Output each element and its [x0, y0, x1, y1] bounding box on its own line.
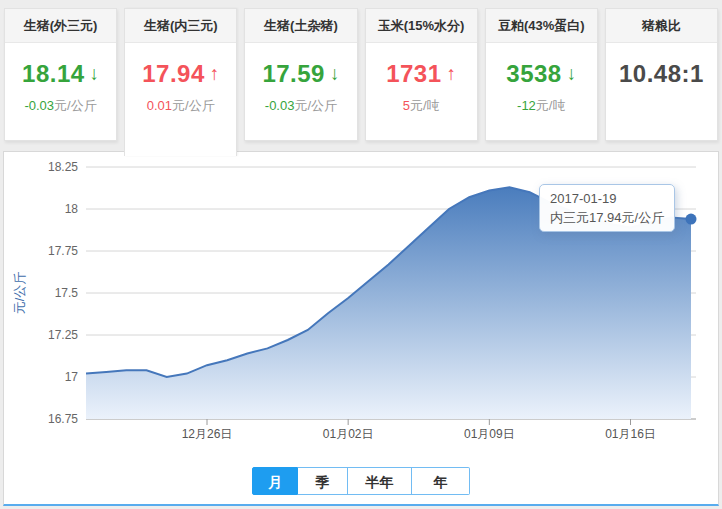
y-tick-label: 18.25 [48, 160, 78, 174]
trend-down-icon: ↓ [90, 63, 100, 85]
x-tick-label: 01月02日 [323, 427, 374, 441]
trend-up-icon: ↑ [447, 63, 457, 85]
card-change: -0.03 [24, 98, 54, 113]
price-card-corn[interactable]: 玉米(15%水分) 1731↑ 5元/吨 [365, 8, 478, 141]
price-card-pig-grain-ratio[interactable]: 猪粮比 10.48:1 [605, 8, 718, 141]
y-tick-label: 16.75 [48, 412, 78, 426]
tab-half-year[interactable]: 半年 [348, 467, 412, 495]
card-value: 3538 [506, 60, 561, 88]
y-tick-label: 17.75 [48, 244, 78, 258]
card-unit: 元/吨 [536, 98, 566, 113]
y-tick-label: 18 [65, 202, 79, 216]
card-change: 0.01 [147, 98, 172, 113]
card-title: 生猪(土杂猪) [245, 9, 356, 43]
card-unit: 元/公斤 [294, 98, 337, 113]
card-title: 玉米(15%水分) [366, 9, 477, 43]
x-tick-label: 12月26日 [182, 427, 233, 441]
card-value: 1731 [386, 60, 441, 88]
price-card-pig-nei-sanyuan[interactable]: 生猪(内三元) 17.94↑ 0.01元/公斤 [124, 8, 237, 156]
price-card-soybean-meal[interactable]: 豆粕(43%蛋白) 3538↓ -12元/吨 [485, 8, 598, 141]
card-title: 生猪(内三元) [125, 9, 236, 43]
card-change: -12 [517, 98, 536, 113]
price-cards-row: 生猪(外三元) 18.14↓ -0.03元/公斤 生猪(内三元) 17.94↑ … [4, 8, 718, 156]
card-value: 10.48:1 [619, 60, 704, 88]
chart-tooltip: 2017-01-19 内三元17.94元/公斤 [539, 184, 675, 232]
chart-panel: 16.751717.2517.517.751818.2512月26日01月02日… [3, 151, 719, 506]
y-tick-label: 17.5 [55, 286, 79, 300]
card-unit: 元/公斤 [54, 98, 97, 113]
x-tick-label: 01月09日 [464, 427, 515, 441]
tooltip-date: 2017-01-19 [550, 189, 664, 208]
trend-down-icon: ↓ [567, 63, 577, 85]
price-card-pig-tuza[interactable]: 生猪(土杂猪) 17.59↓ -0.03元/公斤 [244, 8, 357, 141]
trend-down-icon: ↓ [330, 63, 340, 85]
y-axis-title: 元/公斤 [12, 272, 27, 315]
price-card-pig-wai-sanyuan[interactable]: 生猪(外三元) 18.14↓ -0.03元/公斤 [4, 8, 117, 141]
pig-price-dashboard: 生猪(外三元) 18.14↓ -0.03元/公斤 生猪(内三元) 17.94↑ … [0, 0, 722, 509]
card-title: 猪粮比 [606, 9, 717, 43]
tooltip-value: 内三元17.94元/公斤 [550, 208, 664, 227]
y-tick-label: 17 [65, 370, 79, 384]
card-title: 生猪(外三元) [5, 9, 116, 43]
last-point-dot [686, 214, 697, 225]
card-value: 17.94 [142, 60, 205, 88]
card-unit: 元/吨 [410, 98, 440, 113]
card-change: 5 [403, 98, 410, 113]
card-value: 18.14 [22, 60, 85, 88]
tab-month[interactable]: 月 [252, 467, 298, 495]
x-tick-label: 01月16日 [605, 427, 656, 441]
tab-quarter[interactable]: 季 [298, 467, 348, 495]
card-value: 17.59 [262, 60, 325, 88]
card-unit: 元/公斤 [172, 98, 215, 113]
period-tabs: 月 季 半年 年 [4, 467, 718, 495]
trend-up-icon: ↑ [210, 63, 220, 85]
card-change: -0.03 [265, 98, 295, 113]
y-tick-label: 17.25 [48, 328, 78, 342]
card-title: 豆粕(43%蛋白) [486, 9, 597, 43]
tab-year[interactable]: 年 [412, 467, 470, 495]
